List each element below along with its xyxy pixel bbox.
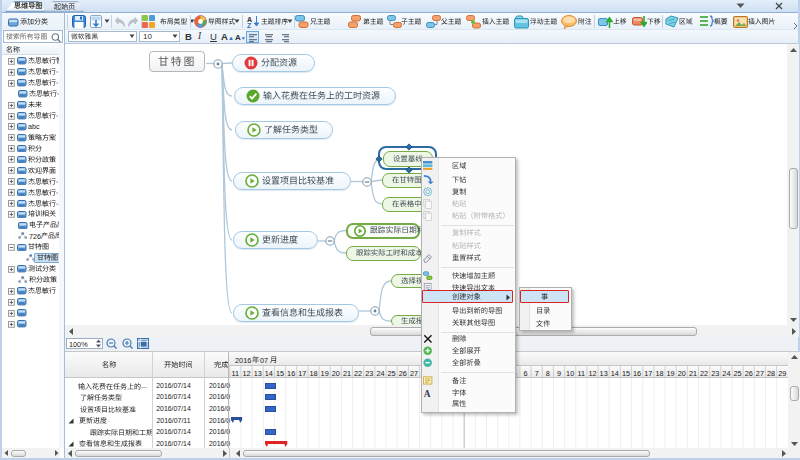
svg-text:19: 19 (667, 369, 675, 378)
svg-text:22: 22 (700, 369, 708, 378)
svg-text:26: 26 (745, 369, 753, 378)
svg-text:29: 29 (778, 369, 786, 378)
svg-text:15: 15 (622, 369, 630, 378)
svg-text:23: 23 (711, 369, 719, 378)
svg-text:15: 15 (276, 369, 284, 378)
svg-text:11: 11 (232, 369, 240, 378)
svg-text:24: 24 (376, 369, 384, 378)
svg-text:26: 26 (399, 369, 407, 378)
svg-text:28: 28 (767, 369, 775, 378)
svg-text:16: 16 (633, 369, 641, 378)
svg-text:21: 21 (689, 369, 697, 378)
svg-text:25: 25 (388, 369, 396, 378)
svg-text:12: 12 (242, 369, 250, 378)
svg-text:18: 18 (655, 369, 663, 378)
svg-text:20: 20 (678, 369, 686, 378)
svg-text:20: 20 (332, 369, 340, 378)
svg-text:10: 10 (566, 369, 574, 378)
svg-text:14: 14 (265, 369, 273, 378)
svg-text:11: 11 (578, 369, 586, 378)
svg-text:6: 6 (524, 369, 528, 378)
svg-text:A: A (424, 388, 431, 398)
svg-text:13: 13 (254, 369, 262, 378)
svg-text:9: 9 (557, 369, 561, 378)
svg-text:7: 7 (535, 369, 539, 378)
svg-text:13: 13 (600, 369, 608, 378)
svg-text:17: 17 (298, 369, 306, 378)
svg-text:16: 16 (287, 369, 295, 378)
svg-text:17: 17 (644, 369, 652, 378)
svg-text:22: 22 (354, 369, 362, 378)
svg-text:12: 12 (588, 369, 596, 378)
svg-text:21: 21 (343, 369, 351, 378)
svg-text:25: 25 (734, 369, 742, 378)
svg-text:27: 27 (410, 369, 418, 378)
svg-text:27: 27 (756, 369, 764, 378)
svg-text:8: 8 (546, 369, 550, 378)
svg-text:18: 18 (309, 369, 317, 378)
svg-text:23: 23 (365, 369, 373, 378)
svg-text:14: 14 (611, 369, 619, 378)
svg-text:24: 24 (722, 369, 730, 378)
svg-text:19: 19 (321, 369, 329, 378)
